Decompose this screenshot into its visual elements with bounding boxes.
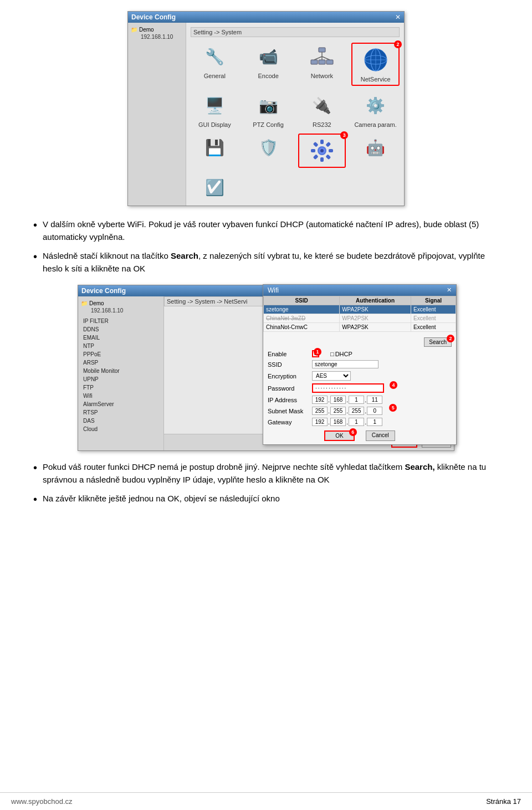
bullet-item4: • Na závěr klikněte ještě jednou na OK, … [33, 493, 499, 506]
settings-grid3: 💾 🛡️ 3 [191, 134, 400, 201]
menu-pppoe[interactable]: PPPoE [81, 350, 161, 358]
subnet-part-1[interactable] [330, 407, 346, 415]
wifi-title: Wifi [268, 286, 279, 294]
password-input[interactable] [312, 383, 384, 393]
gateway-part-0[interactable] [312, 418, 328, 426]
menu-arsp[interactable]: ARSP [81, 358, 161, 367]
wifi-search-button[interactable]: Search 2 [424, 337, 452, 347]
ssid-2: ChinaNot-CmwC [264, 323, 340, 332]
settings-item-hdd[interactable]: 💾 [191, 134, 239, 168]
subnet-part-2[interactable] [349, 407, 364, 415]
auth-1: WPA2PSK [340, 314, 411, 323]
svg-rect-17 [325, 142, 331, 147]
menu-ipfilter[interactable]: IP FILTER [81, 317, 161, 325]
bullet-section2: • Pokud váš router funkci DHCP nemá je p… [33, 461, 499, 506]
ptzconfig-icon: 📷 [254, 91, 282, 119]
wifi-ok-button[interactable]: OK 6 [324, 430, 354, 441]
guidisplay-icon: 🖥️ [201, 91, 228, 119]
wifi-row-0[interactable]: szetonge WPA2PSK Excellent [264, 305, 456, 314]
svg-rect-19 [313, 142, 319, 147]
settings-grid2: 🖥️ GUI Display 📷 PTZ Config 🔌 RS232 [191, 91, 400, 128]
settings-item-general[interactable]: 🔧 General [191, 43, 239, 86]
breadcrumb1: Setting -> System [191, 27, 400, 37]
ssid-input[interactable] [312, 360, 378, 368]
settings-item-netservice[interactable]: 2 NetService [351, 43, 400, 86]
menu-ddns[interactable]: DDNS [81, 325, 161, 334]
ip-address-label: IP Address [268, 397, 312, 403]
menu-mobilemonitor[interactable]: Mobile Monitor [81, 367, 161, 375]
settings-item-robot[interactable]: 🤖 [351, 134, 400, 168]
menu-email[interactable]: EMAIL [81, 334, 161, 342]
col-signal: Signal [411, 296, 456, 305]
bullet-item1: • V dalším okně vyberte WiFi. Pokud je v… [33, 218, 499, 243]
shield-icon: 🛡️ [254, 134, 282, 161]
svg-rect-16 [329, 149, 333, 152]
wifi-cancel-button[interactable]: Cancel [366, 430, 395, 441]
wifi-close-icon[interactable]: ✕ [447, 286, 452, 294]
sidebar-ip1: 192.168.1.10 [141, 34, 183, 40]
settings-item-gear[interactable]: 3 [298, 134, 346, 168]
general-icon: 🔧 [201, 43, 228, 70]
menu-rtsp[interactable]: RTSP [81, 408, 161, 417]
footer-right: Stránka 17 [486, 797, 521, 806]
password-label: Password [268, 385, 312, 392]
window-titlebar1: Device Config ✕ [128, 12, 404, 23]
svg-rect-15 [311, 149, 315, 152]
settings-item-network[interactable]: Network [298, 43, 346, 86]
cameraparam-label: Camera param. [354, 121, 396, 128]
wifi-ssid-row: SSID [268, 360, 452, 368]
menu-cloud[interactable]: Cloud [81, 425, 161, 433]
settings-item-cameraparam[interactable]: ⚙️ Camera param. [351, 91, 400, 128]
wifi-row-2[interactable]: ChinaNot-CmwC WPA2PSK Excellent [264, 323, 456, 332]
bullet-dot2: • [33, 250, 37, 275]
wifi-row-1[interactable]: ChinaNet-3wZD WPA2PSK Excellent [264, 314, 456, 323]
menu-wifi[interactable]: Wifi [81, 392, 161, 400]
device-config-window1: Device Config ✕ 📁 Demo 192.168.1.10 Sett… [127, 11, 405, 206]
menu-das[interactable]: DAS [81, 417, 161, 425]
svg-rect-20 [325, 154, 331, 160]
menu-upnp[interactable]: UPNP [81, 375, 161, 383]
menu-alarmserver[interactable]: AlarmServer [81, 400, 161, 408]
gateway-part-1[interactable] [330, 418, 346, 426]
settings-item-guidisplay[interactable]: 🖥️ GUI Display [191, 91, 239, 128]
ip-part-2[interactable] [349, 396, 364, 404]
gateway-label: Gateway [268, 419, 312, 425]
svg-rect-0 [319, 48, 325, 52]
settings-item-encode[interactable]: 📹 Encode [244, 43, 293, 86]
menu-ftp[interactable]: FTP [81, 383, 161, 392]
wifi-ssid-table: SSID Authentication Signal szetonge WPA2… [263, 296, 456, 332]
check-icon: ☑️ [201, 173, 228, 201]
svg-line-6 [322, 57, 330, 60]
svg-rect-1 [311, 60, 318, 64]
close-button1[interactable]: ✕ [395, 13, 401, 21]
ip-part-0[interactable] [312, 396, 328, 404]
screenshot1: Device Config ✕ 📁 Demo 192.168.1.10 Sett… [33, 11, 499, 206]
ssid-field-label: SSID [268, 361, 312, 368]
settings-item-check[interactable]: ☑️ [191, 173, 239, 201]
sidebar-tree-item2: 📁 Demo [81, 299, 161, 307]
svg-rect-2 [319, 60, 325, 64]
svg-line-5 [314, 57, 322, 60]
guidisplay-label: GUI Display [198, 121, 231, 128]
dhcp-label: □ [330, 351, 334, 357]
enable-checkbox[interactable]: ✓ 1 [312, 350, 319, 357]
menu-ntp[interactable]: NTP [81, 342, 161, 350]
gateway-part-2[interactable] [349, 418, 364, 426]
settings-item-rs232[interactable]: 🔌 RS232 [298, 91, 346, 128]
bullet-dot1: • [33, 218, 37, 243]
ip-part-3[interactable] [367, 396, 382, 404]
subnet-part-0[interactable] [312, 407, 328, 415]
svg-rect-18 [313, 154, 319, 160]
ip-part-1[interactable] [330, 396, 346, 404]
bullet-section1: • V dalším okně vyberte WiFi. Pokud je v… [33, 218, 499, 275]
wifi-body: Search 2 Enable ✓ 1 □ DHC [263, 334, 456, 444]
subnet-part-3[interactable] [367, 407, 382, 415]
rs232-label: RS232 [313, 121, 331, 128]
gateway-part-3[interactable] [367, 418, 382, 426]
wifi-password-row: Password 4 [268, 383, 452, 393]
settings-item-shield[interactable]: 🛡️ [244, 134, 293, 168]
bullet-dot3: • [33, 461, 37, 486]
settings-item-ptzconfig[interactable]: 📷 PTZ Config [244, 91, 293, 128]
svg-point-22 [320, 149, 324, 152]
encryption-select[interactable]: AES [312, 371, 351, 381]
